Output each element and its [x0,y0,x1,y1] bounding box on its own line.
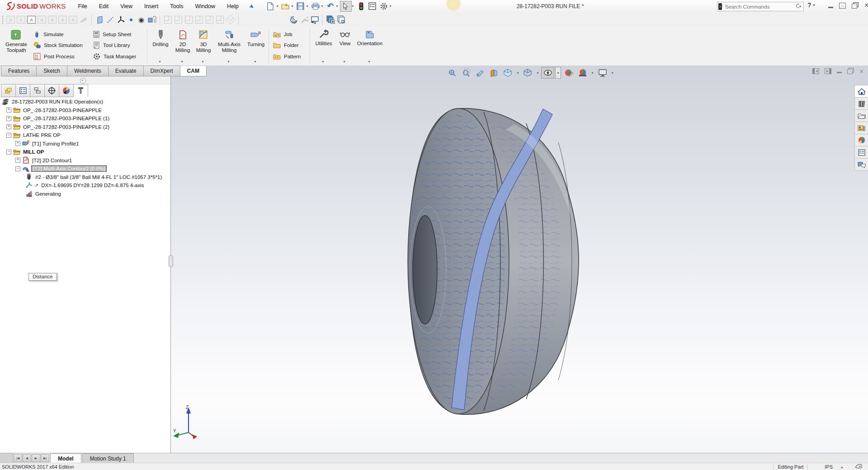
view-button[interactable]: View ▾ [336,27,354,66]
multi-axis-milling-dropdown-icon[interactable]: ▾ [227,60,229,64]
custom-properties-tab[interactable] [854,146,868,159]
mate-reference-icon[interactable] [146,14,157,25]
3d-milling-button[interactable]: 3D Milling ▾ [193,27,214,66]
reference-axis-icon[interactable] [105,14,115,25]
post-process-button[interactable]: G1G3 Post Process [33,52,88,61]
hide-show-items-dropdown-icon[interactable]: ▾ [555,67,561,79]
expand-icon[interactable] [15,141,20,146]
tree-item[interactable]: [T2] 2D Contour1 [0,156,170,165]
help-dropdown-icon[interactable]: ▾ [813,3,815,7]
orientation-dropdown-icon[interactable]: ▾ [368,60,370,64]
home-tab[interactable] [854,85,868,98]
tree-item-axis[interactable]: ↗ DX=-1.69695 DY=28.1299 DZ=-6.875 4-axi… [0,181,170,190]
options-gear-icon[interactable] [378,1,389,11]
menu-edit[interactable]: Edit [93,3,115,9]
view-orientation-dropdown-icon[interactable]: ▾ [515,67,520,78]
featuremanager-tab[interactable] [1,84,15,97]
tab-weldments[interactable]: Weldments [67,66,108,76]
pane-left-icon[interactable] [812,68,819,74]
first-sheet-button[interactable]: |◀ [14,454,22,462]
menu-tools[interactable]: Tools [164,3,189,9]
restore-button[interactable] [852,4,857,9]
view-palette-tab[interactable] [854,122,868,134]
drilling-button[interactable]: Drilling ▾ [149,27,172,66]
options-dropdown-icon[interactable]: ▾ [390,4,392,8]
task-manager-button[interactable]: Task Manager [93,52,143,61]
prev-sheet-button[interactable]: ◀ [23,454,31,462]
new-document-button[interactable] [265,1,276,11]
viewport-close-icon[interactable]: × [859,69,863,74]
orientation-button[interactable]: Orientation ▾ [354,27,386,66]
undo-dropdown-icon[interactable]: ▾ [336,4,338,8]
search-commands-box[interactable]: › ▾ [717,2,804,11]
print-dropdown-icon[interactable]: ▾ [321,4,323,8]
tree-item[interactable]: [T1] Turning Profile1 [0,140,170,148]
save-button[interactable] [295,1,306,11]
2d-milling-button[interactable]: 2D Milling ▾ [172,27,193,66]
tag-icon[interactable] [854,464,863,470]
panel-collapse-handle[interactable] [80,78,86,84]
tree-item[interactable]: LATHE PRE OP [0,131,170,140]
tree-root[interactable]: 28-17282-P003 RUN FILE Operation(s) [0,98,170,106]
cam-tree-tab[interactable] [73,84,88,97]
fullscreen-button[interactable]: ↔ [839,3,846,9]
zoom-to-fit-button[interactable] [445,67,458,79]
forum-tab[interactable] [854,159,868,171]
tile-windows-icon[interactable] [336,14,346,25]
displaymanager-tab[interactable] [59,84,73,97]
toolbar-grip[interactable] [2,15,4,24]
units-label[interactable]: IPS [825,464,833,470]
save-dropdown-icon[interactable]: ▾ [307,4,308,8]
tab-sketch[interactable]: Sketch [36,66,67,76]
expand-icon[interactable] [6,108,11,113]
tab-evaluate[interactable]: Evaluate [108,66,143,76]
menu-view[interactable]: View [114,3,138,9]
tree-item[interactable]: OP_-28-17282-P003-PINEAPPLE [0,106,170,115]
configurationmanager-tab[interactable] [30,84,44,97]
display-style-button[interactable] [521,67,534,79]
tab-cam[interactable]: CAM [180,66,207,76]
tree-item-multi-axis-contour[interactable]: [T2] Multi-Axis Contour2 [0.0%] [0,164,170,173]
search-icon[interactable] [796,3,799,10]
zoom-to-area-button[interactable] [459,67,472,79]
viewport-restore-icon[interactable] [847,69,853,74]
apply-scene-button[interactable] [576,67,589,79]
generate-toolpath-button[interactable]: Generate Toolpath [2,27,31,66]
center-of-mass-icon[interactable]: ◉ [136,14,146,25]
utilities-dropdown-icon[interactable]: ▾ [322,60,324,64]
collapse-icon[interactable] [6,150,11,155]
drilling-dropdown-icon[interactable]: ▾ [159,60,160,64]
setup-sheet-button[interactable]: Setup Sheet [93,30,143,39]
tree-item-tool[interactable]: #2 - Ø3/8" ball (3/8" Ball Mill 4-FL 1" … [0,173,170,182]
edit-appearance-button[interactable] [562,67,575,79]
job-button[interactable]: Job [273,30,306,39]
tool-library-button[interactable]: Tool Library [93,41,143,50]
menu-window[interactable]: Window [189,3,221,9]
minimize-button[interactable] [828,7,833,8]
new-sketch-cursor-icon[interactable] [288,14,299,25]
propertymanager-tab[interactable] [15,84,30,97]
file-explorer-tab[interactable] [854,110,868,122]
motion-study-tab[interactable]: Motion Study 1 [82,453,134,463]
view-settings-button[interactable] [596,67,609,79]
expand-icon[interactable] [15,158,20,163]
hub-bore[interactable] [413,216,437,324]
section-view-button[interactable] [487,67,500,79]
tab-features[interactable]: Features [1,66,36,76]
tree-item[interactable]: OP_-28-17282-P003-PINEAPPLE (1) [0,114,170,123]
display-style-dropdown-icon[interactable]: ▾ [535,67,540,78]
3d-milling-dropdown-icon[interactable]: ▾ [202,60,203,64]
open-button[interactable] [280,1,291,11]
appearances-scenes-tab[interactable] [854,134,868,146]
help-button[interactable]: ?▾ [807,1,816,9]
last-sheet-button[interactable]: ▶| [41,454,49,462]
splitter-handle[interactable] [169,255,173,267]
undo-button[interactable]: ↶ [325,1,336,11]
view-dropdown-icon[interactable]: ▾ [343,60,345,64]
apply-scene-dropdown-icon[interactable]: ▾ [590,67,595,78]
select-dropdown-icon[interactable]: ▾ [352,4,354,8]
pane-right-icon[interactable] [825,68,831,74]
dimxpertmanager-tab[interactable] [44,84,59,97]
model-tab[interactable]: Model [50,453,81,463]
turning-button[interactable]: Turning ▾ [245,27,267,66]
